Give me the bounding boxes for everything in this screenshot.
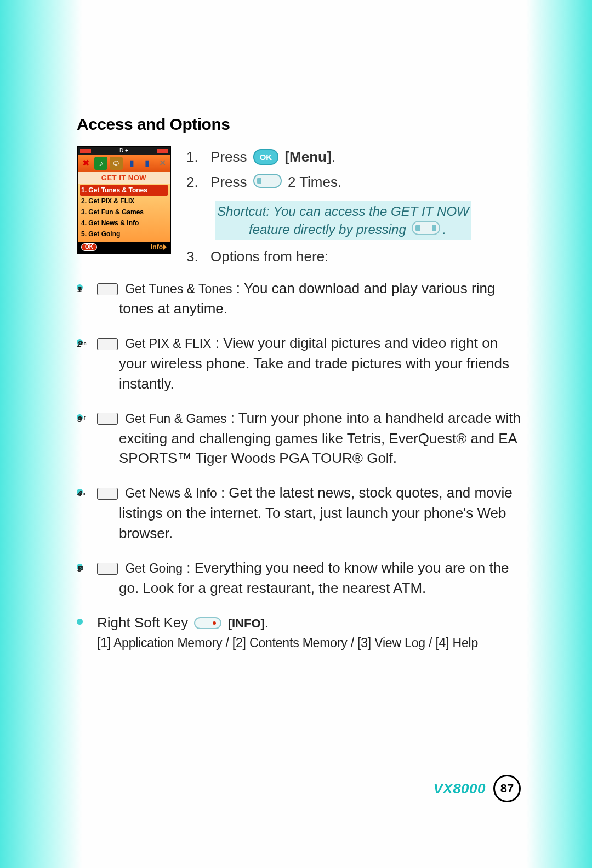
option-label: Get Going [125,561,183,575]
step-number: 2. [186,171,201,193]
section-title: Access and Options [77,115,521,134]
info-label: [INFO] [228,616,265,630]
keypad-1-icon: 1✉ [97,283,118,295]
step-text: 2 Times. [288,174,341,190]
menu-label: [Menu] [284,149,331,165]
phone-tab-icon: ✖ [79,157,92,170]
phone-tab-icon: ♪ [94,157,107,170]
step-number: 3. [186,245,201,267]
steps-block: 1. Press OK [Menu]. 2. Press 2 Times. Sh… [186,146,471,271]
step-text: Press [210,174,247,190]
bullet-icon [77,619,83,625]
list-item: Right Soft Key [INFO]. [1] Application M… [77,613,521,652]
page-footer: VX8000 87 [433,775,521,802]
softkey-subline: [1] Application Memory / [2] Contents Me… [97,634,521,652]
list-item: 3def Get Fun & Games : Turn your phone i… [77,408,521,469]
period: . [265,614,269,631]
phone-softkey-info: Info [151,244,167,250]
step-text: Press [210,149,247,165]
keypad-2-icon: 2abc [97,338,118,350]
phone-tab-icon: ☺ [110,157,123,170]
right-softkey-icon [194,617,221,629]
softkey-label: Right Soft Key [97,614,188,631]
option-label: Get Fun & Games [125,412,226,426]
phone-tab-icon: ▮ [125,157,138,170]
phone-menu-item: 2. Get PIX & FLIX [80,196,168,207]
option-label: Get PIX & FLIX [125,336,211,351]
phone-menu-item: 4. Get News & Info [80,218,168,229]
option-label: Get Tunes & Tones [125,282,232,296]
phone-tab-icon: ✕ [156,157,169,170]
phone-menu-item: 3. Get Fun & Games [80,207,168,218]
keypad-5-icon: 5jkl [97,563,118,575]
option-label: Get News & Info [125,486,217,500]
phone-menu-list: 1. Get Tunes & Tones 2. Get PIX & FLIX 3… [78,184,170,242]
step-text: Options from here: [210,245,328,267]
phone-tab-icon: ▮ [140,157,153,170]
list-item: 2abc Get PIX & FLIX : View your digital … [77,333,521,394]
phone-menu-item: 1. Get Tunes & Tones [80,185,168,196]
keypad-4-icon: 4ghi [97,488,118,500]
phone-softkey-ok: OK [81,243,97,251]
list-item: 4ghi Get News & Info : Get the latest ne… [77,483,521,544]
phone-icon-row: ✖ ♪ ☺ ▮ ▮ ✕ [78,155,170,172]
model-label: VX8000 [433,780,486,797]
nav-key-icon [253,174,282,188]
phone-status-mid: D + [119,148,128,153]
ok-key-icon: OK [253,149,279,165]
period: . [332,149,335,165]
list-item: 1✉ Get Tunes & Tones : You can download … [77,278,521,319]
keypad-3-icon: 3def [97,413,118,425]
phone-menu-title: GET IT NOW [78,172,170,184]
phone-screenshot: D + ✖ ♪ ☺ ▮ ▮ ✕ GET IT NOW 1. Get Tunes … [77,146,171,254]
phone-menu-item: 5. Get Going [80,229,168,239]
shortcut-note: Shortcut: You can access the GET IT NOW … [215,201,471,240]
list-item: 5jkl Get Going : Everything you need to … [77,558,521,598]
page-number: 87 [493,775,521,802]
nav-key-icon [412,221,440,235]
step-number: 1. [186,146,201,168]
